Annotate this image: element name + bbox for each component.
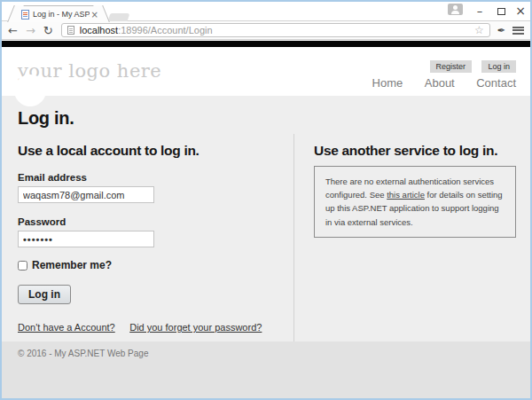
email-field[interactable] bbox=[18, 186, 154, 203]
register-button[interactable]: Register bbox=[430, 60, 473, 73]
email-label: Email address bbox=[18, 172, 293, 183]
auth-links: Register Log in bbox=[424, 57, 517, 73]
main-content: Log in. Use a local account to log in. E… bbox=[2, 96, 530, 341]
url-host: localhost bbox=[80, 25, 118, 35]
profile-icon[interactable] bbox=[448, 4, 463, 15]
minimize-button[interactable]: – bbox=[473, 2, 487, 21]
url-text[interactable]: localhost:18996/Account/Login bbox=[80, 25, 213, 35]
password-field[interactable] bbox=[18, 231, 154, 247]
favicon-icon bbox=[21, 10, 29, 20]
tab-close-icon[interactable]: × bbox=[91, 10, 98, 20]
remember-row: Remember me? bbox=[18, 259, 293, 271]
remember-label: Remember me? bbox=[32, 259, 112, 271]
back-icon[interactable]: ← bbox=[8, 25, 18, 36]
extension-icon[interactable]: ✒ bbox=[497, 26, 505, 35]
local-login-section: Use a local account to log in. Email add… bbox=[16, 134, 293, 341]
local-login-heading: Use a local account to log in. bbox=[18, 143, 293, 159]
login-button-top[interactable]: Log in bbox=[481, 60, 516, 73]
browser-titlebar: Log in - My ASP.NET Web × – × bbox=[2, 2, 530, 21]
login-button[interactable]: Log in bbox=[18, 285, 71, 304]
form-links: Don't have a Account? Did you forget you… bbox=[18, 318, 293, 334]
header-notch bbox=[14, 75, 46, 106]
site-footer: © 2016 - My ASP.NET Web Page bbox=[2, 341, 530, 400]
page-title: Log in. bbox=[18, 108, 516, 129]
profile-head-shape bbox=[453, 5, 458, 10]
profile-torso-shape bbox=[451, 11, 459, 14]
nav-about[interactable]: About bbox=[425, 76, 455, 90]
address-bar[interactable]: localhost:18996/Account/Login ☆ bbox=[61, 23, 490, 37]
nav-home[interactable]: Home bbox=[372, 76, 403, 90]
external-login-section: Use another service to log in. There are… bbox=[314, 134, 516, 341]
password-label: Password bbox=[18, 216, 293, 227]
tab-title: Log in - My ASP.NET Web bbox=[33, 10, 90, 19]
browser-toolbar: ← → ↻ localhost:18996/Account/Login ☆ ✒ bbox=[2, 21, 530, 40]
site-header: your logo here Register Log in Home Abou… bbox=[2, 47, 530, 96]
external-login-heading: Use another service to log in. bbox=[314, 143, 516, 159]
url-path: :18996/Account/Login bbox=[118, 25, 212, 35]
menu-icon[interactable] bbox=[512, 26, 524, 35]
web-page: your logo here Register Log in Home Abou… bbox=[2, 47, 530, 398]
reload-icon[interactable]: ↻ bbox=[43, 25, 53, 36]
nav-contact[interactable]: Contact bbox=[476, 76, 516, 90]
forward-icon: → bbox=[26, 25, 35, 36]
remember-checkbox[interactable] bbox=[18, 261, 27, 271]
forgot-password-link[interactable]: Did you forget your password? bbox=[129, 322, 262, 333]
browser-window: Log in - My ASP.NET Web × – × ← → ↻ loca… bbox=[0, 0, 532, 400]
bookmark-star-icon[interactable]: ☆ bbox=[474, 25, 484, 35]
maximize-button[interactable] bbox=[494, 2, 508, 21]
maximize-icon bbox=[497, 8, 505, 15]
page-icon bbox=[67, 26, 74, 35]
this-article-link[interactable]: this article bbox=[387, 190, 425, 200]
register-link[interactable]: Don't have a Account? bbox=[18, 322, 115, 333]
site-nav: Home About Contact bbox=[355, 75, 516, 90]
copyright-text: © 2016 - My ASP.NET Web Page bbox=[18, 349, 148, 358]
browser-tab[interactable]: Log in - My ASP.NET Web × bbox=[16, 5, 101, 22]
external-notice-box: There are no external authentication ser… bbox=[314, 166, 516, 238]
column-divider bbox=[293, 134, 294, 341]
page-top-bar bbox=[2, 41, 530, 47]
close-button[interactable]: × bbox=[513, 2, 528, 21]
new-tab-button[interactable] bbox=[108, 13, 130, 21]
